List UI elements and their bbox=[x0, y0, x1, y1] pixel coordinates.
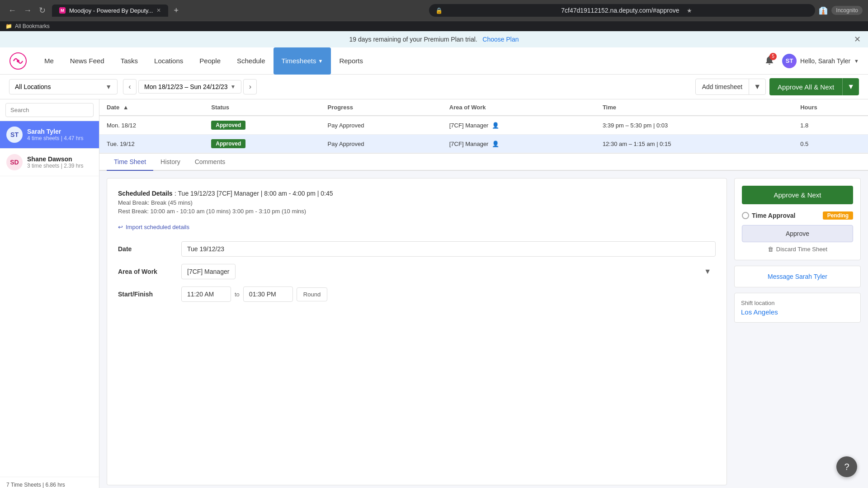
address-bar[interactable]: 🔒 7cf47d19112152.na.deputy.com/#approve … bbox=[429, 4, 815, 17]
to-label: to bbox=[235, 291, 240, 298]
main-nav: Me News Feed Tasks Locations People Sche… bbox=[36, 47, 764, 75]
rest-break: Rest Break: 10:00 am - 10:10 am (10 mins… bbox=[118, 208, 716, 215]
start-time-input[interactable] bbox=[181, 286, 231, 302]
bookmarks-label: All Bookmarks bbox=[15, 23, 50, 29]
active-tab[interactable]: M Moodjoy - Powered By Deputy... ✕ bbox=[52, 5, 168, 17]
time-approval-label: Time Approval bbox=[742, 212, 795, 219]
choose-plan-link[interactable]: Choose Plan bbox=[482, 36, 519, 43]
user-avatar: ST bbox=[782, 54, 797, 68]
search-input[interactable] bbox=[5, 103, 94, 117]
row1-time: 3:39 pm – 5:30 pm | 0:03 bbox=[595, 116, 793, 135]
employee-avatar-sarah: ST bbox=[6, 127, 23, 143]
nav-me[interactable]: Me bbox=[36, 47, 62, 75]
notifications-bell[interactable]: 5 bbox=[764, 55, 775, 67]
round-button[interactable]: Round bbox=[297, 287, 327, 301]
nav-people[interactable]: People bbox=[191, 47, 229, 75]
employee-item-shane[interactable]: SD Shane Dawson 3 time sheets | 2.39 hrs bbox=[0, 149, 99, 176]
header-right: 5 ST Hello, Sarah Tyler ▼ bbox=[764, 54, 859, 68]
detail-sidebar: Approve & Next Time Approval Pending App… bbox=[734, 178, 861, 485]
col-area: Area of Work bbox=[442, 99, 595, 116]
pending-badge: Pending bbox=[823, 211, 853, 220]
user-menu[interactable]: ST Hello, Sarah Tyler ▼ bbox=[782, 54, 859, 68]
nav-locations[interactable]: Locations bbox=[146, 47, 191, 75]
row2-date: Tue. 19/12 bbox=[99, 135, 204, 153]
scheduled-label: Scheduled Details bbox=[118, 190, 173, 197]
user-dropdown-icon: ▼ bbox=[854, 58, 859, 64]
row1-area: [7CF] Manager 👤 bbox=[442, 116, 595, 135]
end-time-input[interactable] bbox=[243, 286, 293, 302]
message-panel: Message Sarah Tyler bbox=[734, 266, 861, 287]
date-range-selector[interactable]: Mon 18/12/23 – Sun 24/12/23 ▼ bbox=[138, 80, 241, 94]
timesheets-dropdown-icon: ▼ bbox=[318, 58, 323, 64]
app-logo bbox=[9, 52, 27, 70]
add-timesheet-arrow-icon: ▼ bbox=[749, 79, 765, 94]
table-row[interactable]: Mon. 18/12 Approved Pay Approved [7CF] M… bbox=[99, 116, 868, 135]
col-status: Status bbox=[204, 99, 320, 116]
shift-location-value[interactable]: Los Angeles bbox=[741, 308, 854, 316]
tab-timesheet[interactable]: Time Sheet bbox=[107, 154, 153, 171]
approve-all-button[interactable]: Approve All & Next ▼ bbox=[769, 78, 859, 95]
tab-close-icon[interactable]: ✕ bbox=[156, 7, 161, 14]
employee-avatar-shane: SD bbox=[6, 154, 23, 170]
area-row: Area of Work [7CF] Manager ▼ bbox=[118, 264, 716, 279]
trial-close-btn[interactable]: ✕ bbox=[854, 34, 861, 44]
employee-name-shane: Shane Dawson bbox=[27, 155, 84, 163]
table-row[interactable]: Tue. 19/12 Approved Pay Approved [7CF] M… bbox=[99, 135, 868, 153]
nav-tasks[interactable]: Tasks bbox=[113, 47, 146, 75]
start-finish-row: Start/Finish to Round bbox=[118, 286, 716, 302]
approve-button[interactable]: Approve bbox=[742, 225, 853, 242]
nav-reports[interactable]: Reports bbox=[331, 47, 371, 75]
employee-sub-sarah: 4 time sheets | 4.47 hrs bbox=[27, 135, 84, 141]
refresh-btn[interactable]: ↻ bbox=[36, 4, 48, 17]
notif-count: 5 bbox=[769, 53, 777, 60]
row2-status: Approved bbox=[204, 135, 320, 153]
detail-form: Scheduled Details : Tue 19/12/23 [7CF] M… bbox=[107, 178, 727, 485]
back-btn[interactable]: ← bbox=[5, 4, 19, 17]
tab-title: Moodjoy - Powered By Deputy... bbox=[69, 7, 153, 14]
scheduled-details: Scheduled Details : Tue 19/12/23 [7CF] M… bbox=[118, 189, 716, 215]
add-timesheet-button[interactable]: Add timesheet ▼ bbox=[695, 79, 766, 95]
import-scheduled-btn[interactable]: ↩ Import scheduled details bbox=[118, 224, 716, 230]
nav-timesheets[interactable]: Timesheets ▼ bbox=[274, 47, 331, 75]
employee-item-sarah[interactable]: ST Sarah Tyler 4 time sheets | 4.47 hrs bbox=[0, 121, 99, 149]
approve-next-btn[interactable]: Approve & Next bbox=[742, 186, 853, 204]
row1-progress: Pay Approved bbox=[321, 116, 442, 135]
add-timesheet-label: Add timesheet bbox=[696, 80, 749, 94]
manager-icon-2: 👤 bbox=[492, 141, 499, 147]
new-tab-btn[interactable]: + bbox=[170, 5, 182, 16]
start-finish-label: Start/Finish bbox=[118, 291, 181, 298]
location-dropdown-icon: ▼ bbox=[105, 83, 112, 90]
nav-schedule[interactable]: Schedule bbox=[229, 47, 274, 75]
scheduled-value: : Tue 19/12/23 [7CF] Manager | 8:00 am -… bbox=[175, 190, 333, 197]
prev-week-btn[interactable]: ‹ bbox=[123, 79, 137, 94]
tab-comments[interactable]: Comments bbox=[188, 154, 233, 171]
help-button[interactable]: ? bbox=[836, 456, 857, 477]
message-button[interactable]: Message Sarah Tyler bbox=[768, 273, 827, 280]
content-area: Date ▲ Status Progress Area of Work Time… bbox=[99, 99, 868, 488]
date-range-label: Mon 18/12/23 – Sun 24/12/23 bbox=[144, 83, 227, 90]
approve-all-arrow-icon: ▼ bbox=[842, 78, 859, 95]
bookmarks-bar: 📁 All Bookmarks bbox=[0, 21, 868, 31]
row2-hours: 0.5 bbox=[793, 135, 868, 153]
discard-row[interactable]: 🗑 Discard Time Sheet bbox=[742, 246, 853, 253]
tab-history[interactable]: History bbox=[153, 154, 188, 171]
forward-btn[interactable]: → bbox=[21, 4, 34, 17]
address-text: 7cf47d19112152.na.deputy.com/#approve bbox=[561, 7, 683, 14]
location-selector[interactable]: All Locations ▼ bbox=[9, 79, 118, 94]
date-row: Date bbox=[118, 241, 716, 257]
shift-location-panel: Shift location Los Angeles bbox=[734, 293, 861, 323]
import-icon: ↩ bbox=[118, 224, 123, 230]
area-select[interactable]: [7CF] Manager bbox=[181, 264, 236, 279]
toolbar: All Locations ▼ ‹ Mon 18/12/23 – Sun 24/… bbox=[0, 75, 868, 99]
incognito-label: Incognito bbox=[831, 6, 863, 15]
toolbar-right: Add timesheet ▼ Approve All & Next ▼ bbox=[695, 78, 859, 95]
time-approval-row: Time Approval Pending bbox=[742, 211, 853, 220]
search-box bbox=[0, 99, 99, 121]
row2-area: [7CF] Manager 👤 bbox=[442, 135, 595, 153]
date-input[interactable] bbox=[181, 241, 716, 257]
date-sort-icon[interactable]: ▲ bbox=[123, 104, 129, 111]
employee-name-sarah: Sarah Tyler bbox=[27, 128, 84, 135]
area-label: Area of Work bbox=[118, 268, 181, 275]
next-week-btn[interactable]: › bbox=[243, 79, 257, 94]
nav-news-feed[interactable]: News Feed bbox=[62, 47, 113, 75]
